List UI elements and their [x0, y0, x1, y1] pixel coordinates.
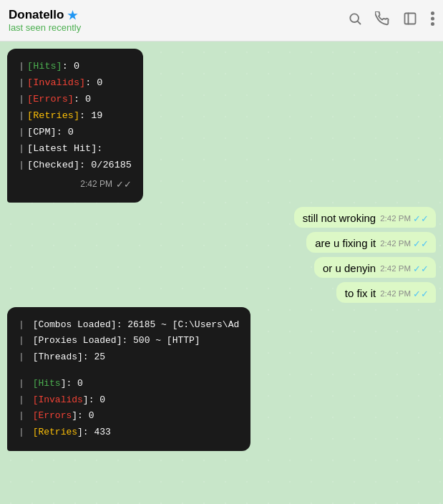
read-receipt: ✓✓ — [413, 289, 429, 299]
terminal-line: | [Retries]: 433 — [19, 425, 239, 441]
header-left: Donatello ★ last seen recently — [9, 8, 348, 33]
read-receipt: ✓✓ — [413, 213, 429, 224]
svg-point-4 — [431, 11, 434, 15]
chat-header: Donatello ★ last seen recently — [0, 0, 443, 42]
message-time: 2:42 PM — [380, 289, 411, 298]
terminal-line: | [Threads]: 25 — [19, 349, 239, 366]
svg-rect-2 — [405, 14, 416, 24]
chat-area: | [Hits]: 0 | [Invalids]: 0 | [Errors]: … — [0, 42, 443, 504]
sent-message-1: still not wroking 2:42 PM ✓✓ — [294, 207, 436, 228]
terminal-line — [19, 366, 239, 376]
more-icon[interactable] — [431, 11, 434, 29]
terminal-line: | [Retries]: 19 — [19, 108, 132, 125]
contact-name-text: Donatello — [9, 8, 64, 22]
message-time: 2:42 PM — [380, 264, 411, 273]
header-actions — [348, 11, 434, 29]
sent-message-3: or u denyin 2:42 PM ✓✓ — [314, 257, 436, 278]
svg-point-5 — [431, 17, 434, 21]
sent-message-2: are u fixing it 2:42 PM ✓✓ — [306, 232, 436, 253]
message-text: to fix it — [345, 287, 376, 299]
read-receipt: ✓✓ — [116, 177, 132, 193]
time-text: 2:42 PM — [80, 177, 112, 191]
terminal-line: | [Latest Hit]: — [19, 141, 132, 158]
panel-icon[interactable] — [402, 11, 418, 29]
sent-message-4: to fix it 2:42 PM ✓✓ — [336, 282, 436, 303]
read-receipt: ✓✓ — [413, 238, 429, 249]
svg-line-1 — [358, 21, 361, 24]
phone-icon[interactable] — [375, 11, 389, 29]
star-icon: ★ — [67, 9, 77, 22]
contact-name: Donatello ★ — [9, 8, 348, 22]
terminal-line: | [Invalids]: 0 — [19, 392, 239, 409]
svg-point-6 — [431, 22, 434, 26]
message-text: or u denyin — [323, 262, 376, 274]
message-text: still not wroking — [303, 212, 376, 224]
terminal-message-1: | [Hits]: 0 | [Invalids]: 0 | [Errors]: … — [7, 49, 143, 203]
terminal-line: | [Invalids]: 0 — [19, 75, 132, 92]
message-time: 2:42 PM — [380, 239, 411, 248]
search-icon[interactable] — [348, 11, 362, 29]
message-timestamp: 2:42 PM ✓✓ — [19, 177, 132, 193]
message-time: 2:42 PM — [380, 214, 411, 223]
contact-status: last seen recently — [9, 22, 348, 33]
terminal-message-2: | [Combos Loaded]: 26185 ~ [C:\Users\Ad … — [7, 307, 250, 451]
terminal-line: | [Errors]: 0 — [19, 92, 132, 108]
terminal-line: | [Checked]: 0/26185 — [19, 158, 132, 174]
terminal-line: | [CPM]: 0 — [19, 125, 132, 141]
terminal-line: | [Proxies Loaded]: 500 ~ [HTTP] — [19, 333, 239, 349]
read-receipt: ✓✓ — [413, 263, 429, 274]
message-text: are u fixing it — [315, 237, 376, 249]
terminal-line: | [Hits]: 0 — [19, 376, 239, 392]
messages-list: | [Hits]: 0 | [Invalids]: 0 | [Errors]: … — [7, 49, 436, 451]
terminal-line: | [Hits]: 0 — [19, 59, 132, 75]
terminal-line: | [Combos Loaded]: 26185 ~ [C:\Users\Ad — [19, 317, 239, 334]
terminal-line: | [Errors]: 0 — [19, 408, 239, 425]
